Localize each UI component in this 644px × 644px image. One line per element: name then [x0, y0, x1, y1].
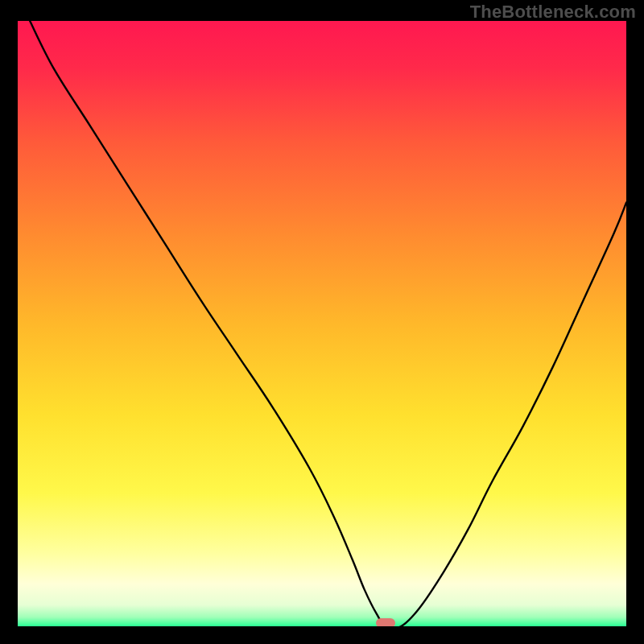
- bottleneck-curve: [18, 21, 626, 626]
- minimum-marker: [376, 618, 395, 626]
- watermark-text: TheBottleneck.com: [470, 2, 636, 23]
- plot-area: [18, 21, 626, 626]
- chart-frame: TheBottleneck.com: [0, 0, 644, 644]
